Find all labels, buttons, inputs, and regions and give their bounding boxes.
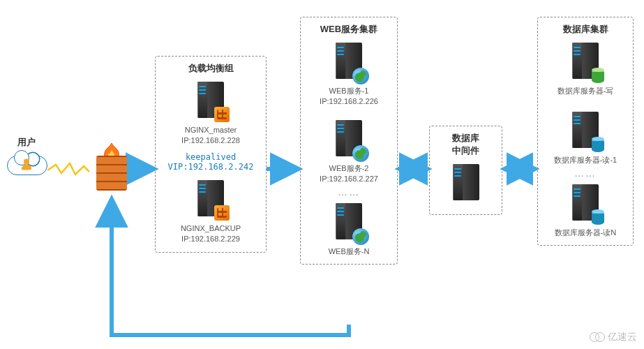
web-node-ip: IP:192.168.2.226 [308, 96, 390, 107]
middleware-group: 数据库 中间件 [429, 126, 502, 215]
database-icon [592, 208, 604, 225]
db-title: 数据库集群 [545, 23, 626, 36]
firewall-badge-icon [214, 107, 230, 122]
lb-node-name: NGINX_BACKUP [163, 223, 259, 234]
firewall-node [89, 143, 134, 198]
server-icon [193, 177, 228, 219]
lightning-icon [47, 162, 89, 179]
db-node-name: 数据库服务器-读N [545, 228, 626, 238]
lb-node-name: NGINX_master [163, 125, 259, 135]
server-icon [568, 181, 603, 223]
database-icon [592, 66, 604, 83]
web-cluster-group: WEB服务集群 WEB服务-1 IP:192.168.2.226 WEB服务-2… [300, 17, 398, 265]
ellipsis: …… [545, 168, 626, 179]
cloud-icon [7, 151, 46, 175]
watermark-icon [590, 332, 605, 342]
user-label: 用户 [6, 136, 47, 149]
ellipsis: …… [308, 186, 390, 198]
server-icon [449, 161, 484, 203]
web-title: WEB服务集群 [308, 23, 390, 36]
db-cluster-group: 数据库集群 数据库服务器-写 数据库服务器-读-1 …… 数据库服务器-读N [537, 17, 634, 246]
lb-title: 负载均衡组 [163, 62, 259, 75]
db-node-name: 数据库服务器-读-1 [545, 155, 626, 165]
server-icon [331, 40, 366, 82]
globe-icon [352, 145, 369, 162]
server-icon [331, 200, 366, 242]
database-icon [592, 135, 604, 152]
globe-icon [352, 228, 369, 245]
watermark: 亿速云 [590, 331, 637, 343]
db-node-name: 数据库服务器-写 [545, 86, 626, 96]
keepalived-label: keepalived VIP:192.168.2.242 [163, 152, 259, 172]
server-icon [193, 79, 228, 121]
loadbalancer-group: 负载均衡组 NGINX_master IP:192.168.2.228 keep… [155, 56, 267, 253]
web-node-ip: IP:192.168.2.227 [308, 174, 390, 184]
watermark-text: 亿速云 [608, 331, 637, 343]
web-node-name: WEB服务-1 [308, 86, 390, 96]
web-node-name: WEB服务-N [308, 246, 390, 257]
user-node: 用户 [6, 136, 47, 175]
brick-wall-icon [96, 156, 127, 191]
server-icon [568, 109, 603, 151]
web-node-name: WEB服务-2 [308, 163, 390, 174]
server-icon [568, 40, 603, 82]
firewall-badge-icon [214, 205, 230, 221]
lb-node-ip: IP:192.168.2.229 [163, 234, 259, 244]
lb-node-ip: IP:192.168.2.228 [163, 135, 259, 146]
server-icon [331, 117, 366, 159]
mw-title: 数据库 中间件 [437, 132, 495, 157]
globe-icon [352, 68, 369, 84]
